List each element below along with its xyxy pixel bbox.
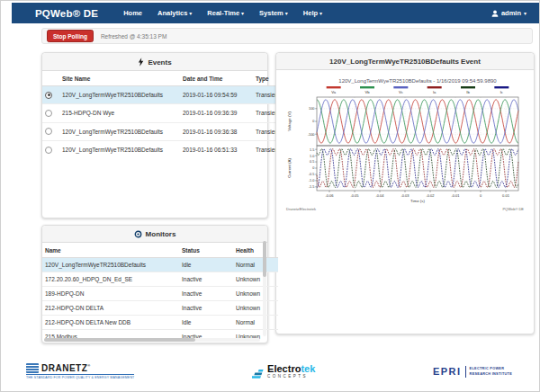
table-row[interactable]: 120V_LongTermWyeTR2510BDefaults2019-01-1…: [42, 140, 289, 158]
nav-item-real-time[interactable]: Real-Time▾: [207, 9, 244, 17]
events-col-select: [42, 71, 59, 86]
svg-text:Vb: Vb: [364, 90, 370, 94]
table-row[interactable]: 212-HDPQ-DN DELTAInactiveUnknown: [42, 301, 278, 316]
event-select-radio[interactable]: [45, 128, 52, 135]
electrotek-name: Electrotek: [267, 364, 315, 374]
svg-text:Ia: Ia: [433, 90, 436, 94]
monitor-status: Idle: [179, 258, 233, 272]
monitors-col-health[interactable]: Health: [233, 243, 278, 258]
svg-text:1.5: 1.5: [310, 148, 314, 152]
epri-subtitle: ELECTRIC POWER RESEARCH INSTITUTE: [470, 366, 512, 377]
event-datetime: 2019-01-16 09:54:59: [180, 86, 253, 104]
svg-text:120V_LongTermWyeTR2510BDefault: 120V_LongTermWyeTR2510BDefaults - 1/16/2…: [338, 78, 497, 84]
events-panel: Events Site Name Date and Time Type 120V…: [41, 52, 268, 218]
monitors-panel-header: Monitors: [42, 226, 267, 243]
nav-item-analytics[interactable]: Analytics▾: [158, 9, 192, 17]
svg-text:-1.5: -1.5: [309, 185, 315, 189]
nav-item-home[interactable]: Home: [123, 9, 142, 17]
waveform-chart[interactable]: 120V_LongTermWyeTR2510BDefaults - 1/16/2…: [276, 70, 534, 218]
monitor-name: 212-HDPQ-DN DELTA New DDB: [42, 316, 179, 330]
event-site: 120V_LongTermWyeTR2510BDefaults: [59, 86, 180, 104]
scrollbar-thumb[interactable]: [44, 338, 195, 342]
svg-text:-0.5: -0.5: [309, 173, 315, 176]
monitors-table: Name Status Health 120V_LongTermWyeTR251…: [42, 243, 278, 343]
table-row[interactable]: 189-HDPQ-DNInactiveUnknown: [42, 287, 278, 301]
stop-polling-button[interactable]: Stop Polling: [47, 30, 94, 42]
events-table: Site Name Date and Time Type 120V_LongTe…: [42, 71, 289, 158]
svg-text:Dranetz/Electrotek: Dranetz/Electrotek: [286, 207, 316, 211]
event-select-radio[interactable]: [45, 92, 52, 99]
events-col-site[interactable]: Site Name: [59, 71, 180, 86]
left-column: Events Site Name Date and Time Type 120V…: [41, 52, 268, 343]
epri-divider: [465, 366, 466, 378]
event-datetime: 2019-01-16 06:51:33: [180, 140, 253, 158]
event-site: 215-HDPQ-DN Wye: [59, 104, 180, 122]
nav-item-system[interactable]: System▾: [259, 9, 288, 17]
table-row[interactable]: 120V_LongTermWyeTR2510BDefaults2019-01-1…: [42, 122, 289, 140]
table-row[interactable]: 212-HDPQ-DN DELTA New DDBIdleNormal: [42, 316, 278, 330]
nav-menu: HomeAnalytics▾Real-Time▾System▾Help▾: [123, 9, 322, 17]
table-row[interactable]: 120V_LongTermWyeTR2510BDefaultsIdleNorma…: [42, 258, 278, 272]
epri-logo: EPRI ELECTRIC POWER RESEARCH INSTITUTE: [433, 366, 512, 378]
events-panel-title: Events: [148, 58, 171, 67]
main-content: Events Site Name Date and Time Type 120V…: [41, 52, 533, 343]
lightning-icon: [138, 58, 144, 67]
electrotek-icon: [252, 369, 265, 379]
monitor-status: Inactive: [179, 301, 233, 316]
monitor-name: 189-HDPQ-DN: [42, 287, 179, 301]
app-brand[interactable]: PQWeb® DE: [35, 8, 98, 19]
events-col-datetime[interactable]: Date and Time: [180, 71, 253, 86]
svg-text:-0.02: -0.02: [426, 193, 435, 198]
monitors-vertical-scrollbar[interactable]: [263, 241, 266, 336]
event-datetime: 2019-01-16 09:36:38: [180, 122, 253, 140]
svg-text:PQWeb® DE: PQWeb® DE: [502, 207, 524, 211]
nav-item-label: Real-Time: [207, 9, 239, 17]
svg-text:Time (s): Time (s): [410, 199, 425, 203]
svg-text:0.5: 0.5: [310, 160, 314, 164]
svg-text:-0.05: -0.05: [350, 193, 359, 198]
event-select-radio[interactable]: [45, 110, 52, 117]
events-panel-header: Events: [42, 53, 267, 71]
monitor-health: Unknown: [233, 301, 278, 316]
svg-text:Ib: Ib: [466, 90, 470, 94]
event-select-radio[interactable]: [45, 147, 52, 154]
table-row[interactable]: 172.20.20.60_HDPQ_DN_Ed_SEInactiveUnknow…: [42, 272, 278, 287]
monitor-name: 120V_LongTermWyeTR2510BDefaults: [42, 258, 179, 272]
svg-text:-1.0: -1.0: [309, 179, 315, 183]
refreshed-timestamp: Refreshed @ 4:35:13 PM: [101, 33, 166, 40]
table-row[interactable]: 120V_LongTermWyeTR2510BDefaults2019-01-1…: [42, 86, 289, 104]
user-name: admin: [501, 9, 521, 17]
dranetz-name: DRANETZ®: [41, 363, 91, 373]
monitors-col-name[interactable]: Name: [42, 243, 179, 258]
svg-text:100: 100: [309, 107, 314, 111]
polling-toolbar: Stop Polling Refreshed @ 4:35:13 PM: [41, 28, 533, 44]
table-row[interactable]: 215-HDPQ-DN Wye2019-01-16 09:36:39Transi…: [42, 104, 289, 122]
monitor-health: Unknown: [233, 287, 278, 301]
svg-text:0: 0: [312, 166, 314, 170]
user-icon: [491, 10, 499, 17]
nav-item-help[interactable]: Help▾: [303, 9, 322, 17]
svg-text:-0.01: -0.01: [451, 193, 460, 198]
nav-item-label: Help: [303, 9, 318, 17]
monitor-status: Inactive: [179, 287, 233, 301]
event-site: 120V_LongTermWyeTR2510BDefaults: [59, 122, 180, 140]
svg-text:0: 0: [480, 193, 482, 198]
chevron-down-icon: ▾: [189, 11, 192, 16]
scrollbar-thumb[interactable]: [263, 241, 266, 277]
nav-item-label: System: [259, 9, 284, 17]
dranetz-logo: DRANETZ® THE STANDARD FOR POWER QUALITY …: [26, 363, 134, 379]
event-detail-header: 120V_LongTermWyeTR2510BDefaults Event: [276, 53, 534, 70]
monitors-col-status[interactable]: Status: [179, 243, 233, 258]
waveform-chart-svg: 120V_LongTermWyeTR2510BDefaults - 1/16/2…: [284, 76, 526, 212]
navbar: PQWeb® DE HomeAnalytics▾Real-Time▾System…: [12, 3, 539, 23]
user-menu[interactable]: admin ▾: [491, 9, 526, 17]
monitors-horizontal-scrollbar[interactable]: [44, 338, 260, 342]
monitor-health: Unknown: [233, 272, 278, 287]
svg-text:Vc: Vc: [399, 90, 403, 94]
monitor-health: Normal: [233, 258, 278, 272]
chevron-down-icon: ▾: [285, 11, 288, 16]
svg-text:0: 0: [312, 120, 314, 123]
monitors-panel-title: Monitors: [146, 230, 176, 238]
svg-text:Voltage (V): Voltage (V): [287, 111, 292, 131]
monitor-health: Normal: [233, 316, 278, 330]
